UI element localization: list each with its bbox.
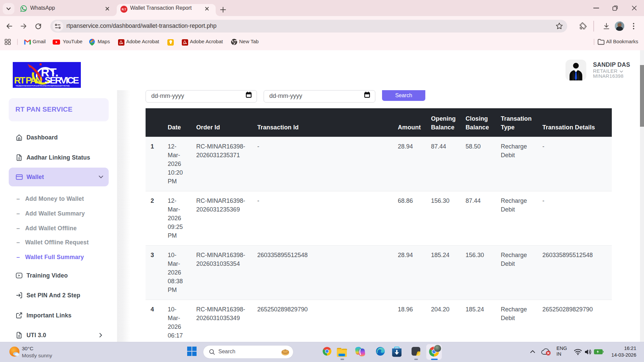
svg-text:R.T: R.T xyxy=(122,8,126,11)
svg-text:RT PAN: RT PAN xyxy=(14,75,42,85)
svg-text:SERVICE: SERVICE xyxy=(45,75,79,85)
svg-text:THE BEST AND MOST POPULAR TRUS: THE BEST AND MOST POPULAR TRUSTED PAN SE… xyxy=(15,85,70,87)
